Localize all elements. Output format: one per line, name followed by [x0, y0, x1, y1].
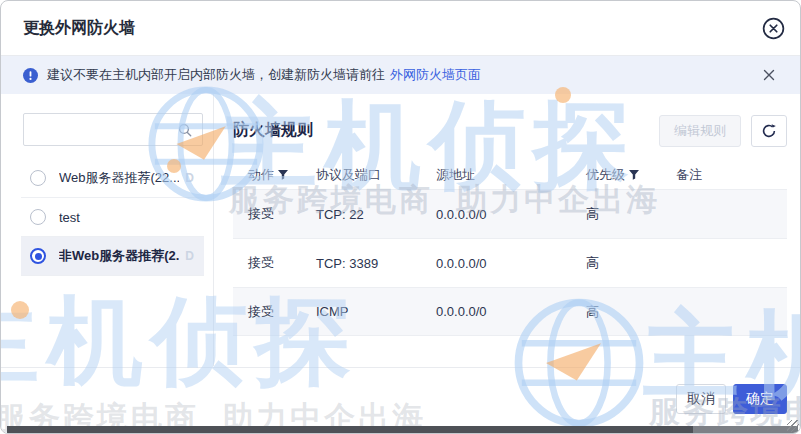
- info-icon: [23, 68, 38, 83]
- column-header-action: 动作: [248, 166, 274, 184]
- sidebar-item-label: Web服务器推荐(22...: [59, 169, 179, 187]
- change-firewall-dialog: 更换外网防火墙 建议不要在主机内部开启内部防火墙，创建新防火墙请前往 外网防火墙…: [0, 0, 801, 434]
- table-header-row: 动作 协议及端口 源地址 优先级 备注: [233, 161, 787, 189]
- firewall-search-input[interactable]: [24, 114, 202, 145]
- firewall-template-sidebar: Web服务器推荐(22... D test 非Web服务器推荐(2... D: [1, 94, 214, 366]
- rule-priority: 高: [571, 205, 661, 223]
- resize-handle[interactable]: [787, 420, 799, 432]
- column-header-priority: 优先级: [586, 166, 625, 184]
- default-badge: D: [185, 249, 194, 263]
- confirm-button[interactable]: 确定: [733, 384, 787, 414]
- rule-protocol: ICMP: [301, 304, 421, 319]
- column-header-source: 源地址: [436, 166, 475, 184]
- dialog-close-button[interactable]: [760, 15, 786, 41]
- rule-source: 0.0.0.0/0: [421, 304, 571, 319]
- horizontal-scrollbar[interactable]: [7, 426, 798, 433]
- banner-close-button[interactable]: [763, 68, 777, 82]
- table-row[interactable]: 接受 TCP: 22 0.0.0.0/0 高: [233, 189, 787, 238]
- sidebar-item-non-web-server[interactable]: 非Web服务器推荐(2... D: [21, 237, 204, 276]
- banner-message: 建议不要在主机内部开启内部防火墙，创建新防火墙请前往: [47, 66, 385, 84]
- rules-table-body: 接受 TCP: 22 0.0.0.0/0 高 接受 TCP: 3389 0.0.…: [233, 189, 787, 336]
- refresh-icon: [761, 123, 777, 139]
- filter-funnel-icon[interactable]: [278, 170, 288, 180]
- filter-funnel-icon[interactable]: [629, 170, 639, 180]
- rule-priority: 高: [571, 303, 661, 321]
- firewall-rules-panel: 防火墙规则 编辑规则 动作: [214, 94, 800, 366]
- rule-action: 接受: [233, 303, 301, 321]
- radio-icon[interactable]: [30, 170, 46, 186]
- dialog-body: Web服务器推荐(22... D test 非Web服务器推荐(2... D 防…: [1, 94, 800, 366]
- cancel-button[interactable]: 取消: [676, 384, 726, 414]
- edit-rules-button[interactable]: 编辑规则: [659, 115, 741, 147]
- sidebar-item-label: 非Web服务器推荐(2...: [59, 247, 179, 265]
- default-badge: D: [185, 171, 194, 185]
- external-firewall-page-link[interactable]: 外网防火墙页面: [390, 66, 481, 84]
- rule-action: 接受: [233, 205, 301, 223]
- close-x-icon: [763, 69, 777, 81]
- scrollbar-thumb[interactable]: [7, 426, 693, 433]
- rule-protocol: TCP: 3389: [301, 256, 421, 271]
- sidebar-search-box: [23, 113, 203, 146]
- column-header-protocol: 协议及端口: [316, 166, 381, 184]
- table-row[interactable]: 接受 ICMP 0.0.0.0/0 高: [233, 287, 787, 336]
- rules-panel-header: 防火墙规则 编辑规则: [233, 114, 787, 147]
- rule-protocol: TCP: 22: [301, 207, 421, 222]
- radio-selected-icon[interactable]: [30, 248, 46, 264]
- rule-action: 接受: [233, 254, 301, 272]
- dialog-title: 更换外网防火墙: [23, 18, 760, 39]
- rules-panel-title: 防火墙规则: [233, 120, 659, 141]
- radio-icon[interactable]: [30, 209, 46, 225]
- firewall-template-list: Web服务器推荐(22... D test 非Web服务器推荐(2... D: [21, 159, 204, 276]
- table-row[interactable]: 接受 TCP: 3389 0.0.0.0/0 高: [233, 238, 787, 287]
- rule-priority: 高: [571, 254, 661, 272]
- rule-source: 0.0.0.0/0: [421, 207, 571, 222]
- info-banner: 建议不要在主机内部开启内部防火墙，创建新防火墙请前往 外网防火墙页面: [1, 56, 800, 94]
- refresh-button[interactable]: [751, 115, 787, 147]
- dialog-footer: 取消 确定: [1, 367, 800, 427]
- sidebar-item-web-server[interactable]: Web服务器推荐(22... D: [21, 159, 204, 198]
- rule-source: 0.0.0.0/0: [421, 256, 571, 271]
- column-header-remark: 备注: [676, 166, 702, 184]
- sidebar-item-test[interactable]: test: [21, 198, 204, 237]
- sidebar-item-label: test: [59, 210, 188, 225]
- close-circle-icon: [762, 17, 785, 40]
- dialog-header: 更换外网防火墙: [1, 1, 800, 56]
- search-icon[interactable]: [177, 122, 193, 142]
